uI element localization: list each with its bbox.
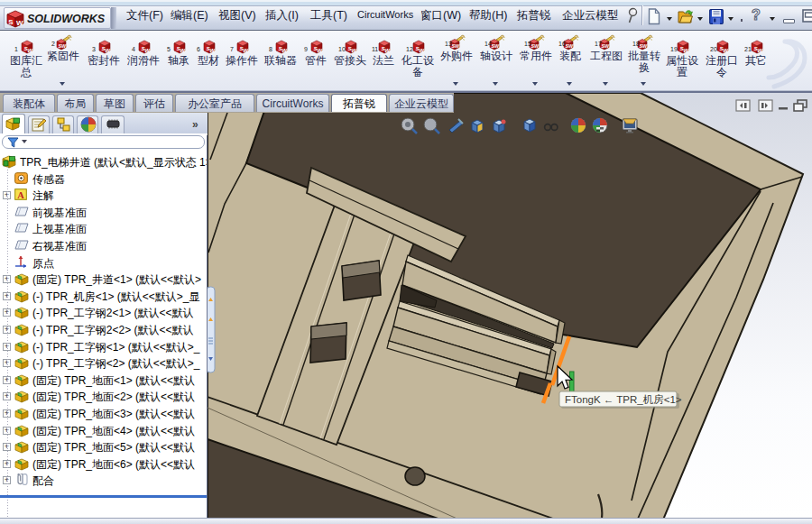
svg-text:SW: SW [566,43,575,49]
svg-text:SW: SW [602,43,611,49]
svg-text:SW: SW [531,43,540,49]
svg-text:SW: SW [492,43,501,49]
svg-text:W: W [16,19,23,27]
svg-text:S: S [8,18,14,26]
svg-text:SW: SW [640,43,649,49]
svg-text:SW: SW [59,43,68,49]
svg-text:SW: SW [452,43,461,49]
svg-text:FTongK ← TPR_机房<1>: FTongK ← TPR_机房<1> [565,394,682,405]
svg-text:A: A [17,190,24,200]
